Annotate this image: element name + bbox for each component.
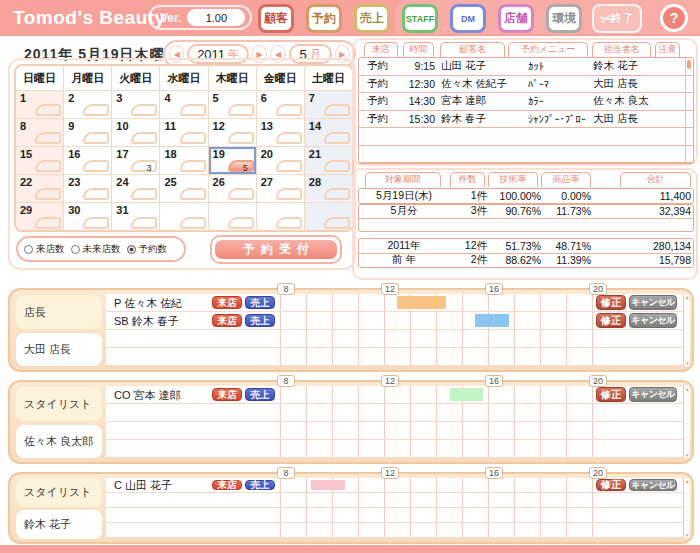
edit-button[interactable]: 修正 — [596, 479, 626, 491]
reservation-accept-button[interactable]: 予約受付 — [215, 240, 337, 259]
scroll-down-icon[interactable]: ▼ — [684, 452, 691, 458]
stats-column-3: 商品率 — [541, 172, 591, 187]
scroll-up-icon[interactable]: ▲ — [684, 294, 691, 300]
filter-radio-来店数[interactable]: 来店数 — [24, 243, 65, 256]
nav-button-dm[interactable]: DM — [450, 4, 486, 33]
calendar-day-6[interactable]: 6 — [257, 91, 305, 119]
day-count-tab — [180, 104, 206, 116]
calendar-day-2[interactable]: 2 — [64, 91, 112, 119]
calendar-day-16[interactable]: 16 — [64, 147, 112, 175]
appointment-row[interactable]: 予約12:30佐々木 佐紀子ﾊﾟｰﾏ大田 店長 — [359, 76, 693, 94]
calendar-day-13[interactable]: 13 — [257, 119, 305, 147]
schedule-bar[interactable] — [311, 480, 345, 490]
scrollbar-thumb[interactable] — [687, 60, 691, 69]
calendar-day-5[interactable]: 5 — [209, 91, 257, 119]
cancel-button[interactable]: キャンセル — [629, 479, 677, 491]
appointment-staff: 大田 店長 — [593, 77, 657, 91]
visit-button[interactable]: 来店 — [212, 480, 242, 490]
filter-radio-予約数[interactable]: 予約数 — [127, 243, 168, 256]
calendar-day-28[interactable]: 28 — [305, 175, 352, 203]
calendar-day-10[interactable]: 10 — [112, 119, 160, 147]
schedule-bar[interactable] — [397, 296, 446, 309]
day-count-tab — [131, 132, 157, 144]
calendar-day-7[interactable]: 7 — [305, 91, 352, 119]
calendar-day-1[interactable]: 1 — [16, 91, 64, 119]
nav-button-store[interactable]: 店舗 — [498, 4, 534, 33]
hour-label: 20 — [589, 375, 607, 387]
nav-button-reservation[interactable]: 予約 — [306, 4, 342, 33]
calendar-day-20[interactable]: 20 — [257, 147, 305, 175]
calendar-week-row: 293031 — [16, 203, 352, 231]
calendar-day-15[interactable]: 15 — [16, 147, 64, 175]
calendar-day-23[interactable]: 23 — [64, 175, 112, 203]
appointment-row[interactable]: 予約9:15山田 花子ｶｯﾄ鈴木 花子 — [359, 58, 693, 76]
edit-button[interactable]: 修正 — [596, 295, 626, 310]
filter-radio-未来店数[interactable]: 未来店数 — [71, 243, 121, 256]
calendar-day-19[interactable]: 195 — [209, 147, 257, 175]
calendar-day-29[interactable]: 29 — [16, 203, 64, 231]
day-number: 30 — [68, 204, 80, 216]
nav-button-environment[interactable]: 環境 — [546, 4, 582, 33]
sales-button[interactable]: 売上 — [245, 314, 275, 327]
sales-button[interactable]: 売上 — [245, 388, 275, 401]
calendar-day-26[interactable]: 26 — [209, 175, 257, 203]
hour-label: 12 — [381, 283, 399, 295]
version-input[interactable]: 1.00 — [187, 9, 245, 26]
appointments-column-0: 来店 — [364, 42, 398, 57]
hour-label: 8 — [277, 375, 295, 387]
calendar-day-17[interactable]: 173 — [112, 147, 160, 175]
sales-button[interactable]: 売上 — [245, 296, 275, 309]
calendar-day-14[interactable]: 14 — [305, 119, 352, 147]
day-count-tab — [324, 104, 350, 116]
calendar-day-31[interactable]: 31 — [112, 203, 160, 231]
calendar-day-21[interactable]: 21 — [305, 147, 352, 175]
calendar-day-12[interactable]: 12 — [209, 119, 257, 147]
nav-button-customer[interactable]: 顧客 — [258, 4, 294, 33]
appointment-staff: 鈴木 花子 — [593, 59, 657, 73]
calendar-day-11[interactable]: 11 — [160, 119, 208, 147]
staff-name-label: 大田 店長 — [16, 333, 102, 366]
nav-button-staff[interactable]: STAFF — [402, 4, 438, 33]
calendar-day-18[interactable]: 18 — [160, 147, 208, 175]
scroll-up-icon[interactable]: ▲ — [684, 386, 691, 392]
schedule-scrollbar[interactable]: ▲▼ — [683, 478, 691, 538]
calendar-day-22[interactable]: 22 — [16, 175, 64, 203]
visit-button[interactable]: 来店 — [212, 388, 242, 401]
help-button[interactable]: ? — [660, 4, 688, 32]
schedule-bar[interactable] — [475, 314, 509, 327]
staff-name-label: 鈴木 花子 — [16, 510, 102, 539]
day-number: 3 — [116, 92, 122, 104]
calendar-day-9[interactable]: 9 — [64, 119, 112, 147]
hour-label: 16 — [485, 467, 503, 479]
cancel-button[interactable]: キャンセル — [629, 387, 677, 402]
exit-button[interactable]: ✂ 終了 — [592, 4, 642, 33]
nav-button-sales[interactable]: 売上 — [354, 4, 390, 33]
version-pill: Ver. 1.00 — [148, 5, 252, 30]
visit-button[interactable]: 来店 — [212, 296, 242, 309]
calendar-day-24[interactable]: 24 — [112, 175, 160, 203]
edit-button[interactable]: 修正 — [596, 313, 626, 328]
edit-button[interactable]: 修正 — [596, 387, 626, 402]
calendar-day-25[interactable]: 25 — [160, 175, 208, 203]
day-count-tab — [180, 188, 206, 200]
calendar-day-27[interactable]: 27 — [257, 175, 305, 203]
stats-product: 11.39% — [543, 254, 591, 266]
calendar-day-3[interactable]: 3 — [112, 91, 160, 119]
calendar-day-8[interactable]: 8 — [16, 119, 64, 147]
sales-button[interactable]: 売上 — [245, 480, 275, 490]
appointments-scrollbar[interactable] — [685, 58, 693, 163]
scroll-down-icon[interactable]: ▼ — [684, 532, 691, 538]
nav-button-label: 売上 — [357, 7, 387, 30]
scroll-up-icon[interactable]: ▲ — [684, 478, 691, 484]
cancel-button[interactable]: キャンセル — [629, 295, 677, 310]
schedule-scrollbar[interactable]: ▲▼ — [683, 386, 691, 458]
visit-button[interactable]: 来店 — [212, 314, 242, 327]
calendar-day-30[interactable]: 30 — [64, 203, 112, 231]
calendar-day-4[interactable]: 4 — [160, 91, 208, 119]
appointment-row[interactable]: 予約15:30鈴木 春子ｼｬﾝﾌﾟｰ･ﾌﾞﾛｰ大田 店長 — [359, 111, 693, 129]
appointment-row[interactable]: 予約14:30宮本 達郎ｶﾗｰ佐々木 良太 — [359, 93, 693, 111]
schedule-bar[interactable] — [450, 388, 483, 401]
cancel-button[interactable]: キャンセル — [629, 313, 677, 328]
schedule-scrollbar[interactable]: ▲▼ — [683, 294, 691, 366]
scroll-down-icon[interactable]: ▼ — [684, 360, 691, 366]
